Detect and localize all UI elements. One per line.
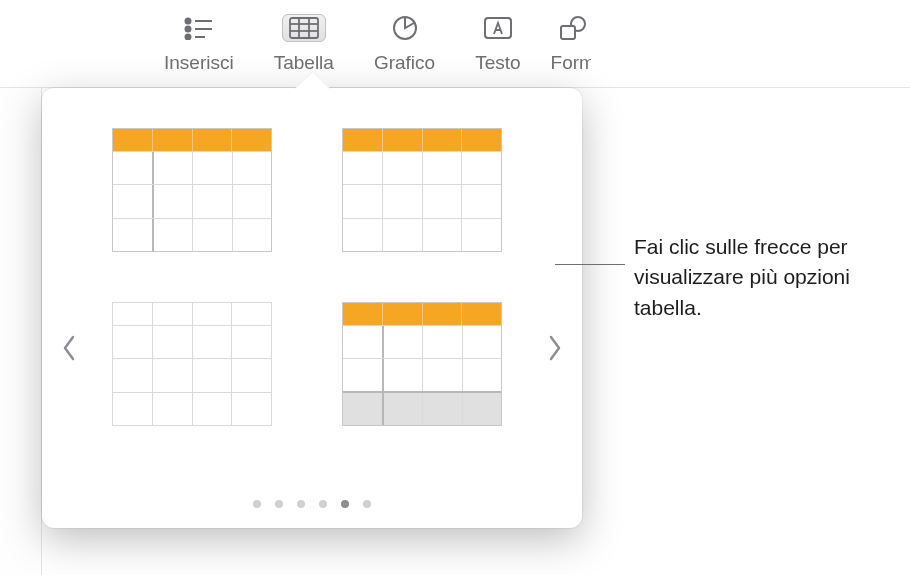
toolbar-text[interactable]: Testo	[455, 14, 540, 74]
toolbar-insert[interactable]: Inserisci	[144, 14, 254, 74]
toolbar-shape[interactable]: Forma	[541, 14, 591, 74]
table-icon	[282, 14, 326, 42]
table-style-option[interactable]	[342, 128, 502, 252]
table-style-option[interactable]	[112, 302, 272, 426]
table-preview	[112, 302, 272, 426]
page-dot[interactable]	[275, 500, 283, 508]
callout-line	[555, 264, 625, 265]
svg-rect-6	[290, 18, 318, 38]
table-preview	[342, 128, 502, 252]
toolbar-label: Inserisci	[164, 52, 234, 74]
pagination-dots	[253, 500, 371, 508]
next-page-arrow[interactable]	[540, 323, 570, 373]
table-styles-popover	[42, 88, 582, 528]
page-dot[interactable]	[253, 500, 261, 508]
toolbar-label: Grafico	[374, 52, 435, 74]
toolbar: Inserisci Tabella Grafico	[0, 0, 910, 88]
page-dot[interactable]	[319, 500, 327, 508]
toolbar-label: Tabella	[274, 52, 334, 74]
page-dot[interactable]	[297, 500, 305, 508]
toolbar-label: Forma	[551, 52, 591, 74]
text-box-icon	[476, 14, 520, 42]
svg-rect-14	[561, 26, 575, 39]
page-dot[interactable]	[363, 500, 371, 508]
previous-page-arrow[interactable]	[54, 323, 84, 373]
insert-list-icon	[177, 14, 221, 42]
page-dot[interactable]	[341, 500, 349, 508]
svg-point-0	[185, 19, 190, 24]
svg-point-4	[185, 35, 190, 40]
table-style-option[interactable]	[342, 302, 502, 426]
svg-point-2	[185, 27, 190, 32]
toolbar-chart[interactable]: Grafico	[354, 14, 455, 74]
document-gutter	[0, 88, 42, 575]
callout-text: Fai clic sulle frecce per visualizzare p…	[634, 232, 910, 323]
table-preview	[342, 302, 502, 426]
table-style-option[interactable]	[112, 128, 272, 252]
toolbar-table[interactable]: Tabella	[254, 14, 354, 74]
shape-icon	[551, 14, 591, 42]
chart-pie-icon	[383, 14, 427, 42]
toolbar-label: Testo	[475, 52, 520, 74]
table-preview	[112, 128, 272, 252]
table-styles-grid	[92, 128, 532, 426]
